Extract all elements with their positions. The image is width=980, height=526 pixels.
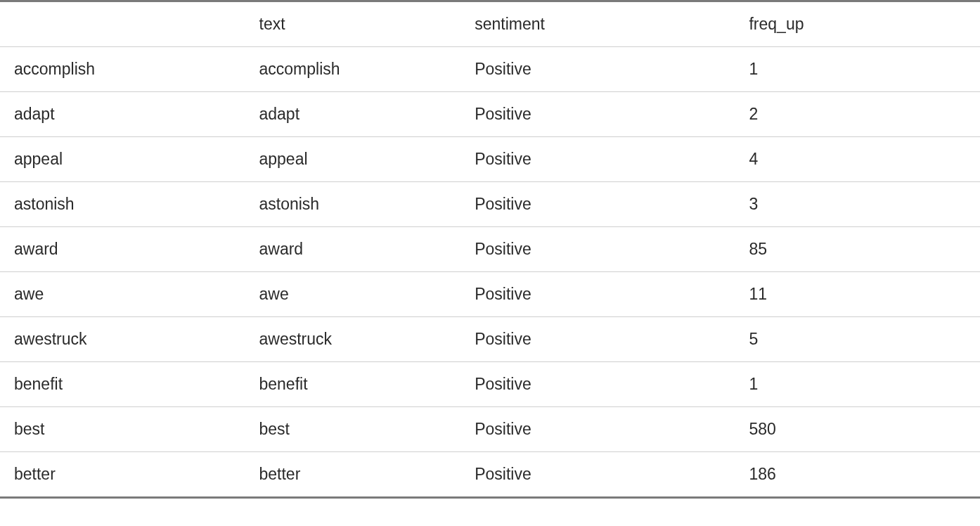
cell-rowhead: astonish (0, 182, 245, 227)
table-row: benefit benefit Positive 1 (0, 362, 980, 407)
table-row: adapt adapt Positive 2 (0, 92, 980, 137)
cell-sentiment: Positive (460, 452, 735, 498)
header-rowhead (0, 1, 245, 47)
cell-freq-up: 5 (735, 317, 980, 362)
header-sentiment: sentiment (460, 1, 735, 47)
table-row: awestruck awestruck Positive 5 (0, 317, 980, 362)
cell-text: accomplish (245, 47, 461, 92)
cell-text: appeal (245, 137, 461, 182)
cell-freq-up: 2 (735, 92, 980, 137)
cell-rowhead: best (0, 407, 245, 452)
cell-sentiment: Positive (460, 407, 735, 452)
cell-freq-up: 186 (735, 452, 980, 498)
cell-rowhead: appeal (0, 137, 245, 182)
cell-sentiment: Positive (460, 317, 735, 362)
cell-sentiment: Positive (460, 362, 735, 407)
table-row: astonish astonish Positive 3 (0, 182, 980, 227)
table-row: appeal appeal Positive 4 (0, 137, 980, 182)
cell-freq-up: 580 (735, 407, 980, 452)
cell-text: best (245, 407, 461, 452)
cell-freq-up: 85 (735, 227, 980, 272)
cell-rowhead: awe (0, 272, 245, 317)
table-header: text sentiment freq_up (0, 1, 980, 47)
cell-text: benefit (245, 362, 461, 407)
table-row: best best Positive 580 (0, 407, 980, 452)
table-row: accomplish accomplish Positive 1 (0, 47, 980, 92)
cell-freq-up: 11 (735, 272, 980, 317)
cell-freq-up: 1 (735, 47, 980, 92)
header-text: text (245, 1, 461, 47)
cell-text: astonish (245, 182, 461, 227)
data-table: text sentiment freq_up accomplish accomp… (0, 0, 980, 499)
cell-sentiment: Positive (460, 227, 735, 272)
cell-sentiment: Positive (460, 137, 735, 182)
table-row: awe awe Positive 11 (0, 272, 980, 317)
cell-text: awestruck (245, 317, 461, 362)
table-body: accomplish accomplish Positive 1 adapt a… (0, 47, 980, 498)
cell-sentiment: Positive (460, 92, 735, 137)
cell-text: award (245, 227, 461, 272)
cell-text: adapt (245, 92, 461, 137)
table-row: better better Positive 186 (0, 452, 980, 498)
cell-freq-up: 1 (735, 362, 980, 407)
cell-text: better (245, 452, 461, 498)
cell-rowhead: accomplish (0, 47, 245, 92)
cell-rowhead: award (0, 227, 245, 272)
cell-sentiment: Positive (460, 182, 735, 227)
cell-freq-up: 3 (735, 182, 980, 227)
cell-rowhead: awestruck (0, 317, 245, 362)
cell-rowhead: better (0, 452, 245, 498)
cell-sentiment: Positive (460, 47, 735, 92)
cell-sentiment: Positive (460, 272, 735, 317)
table-row: award award Positive 85 (0, 227, 980, 272)
cell-rowhead: benefit (0, 362, 245, 407)
cell-rowhead: adapt (0, 92, 245, 137)
header-row: text sentiment freq_up (0, 1, 980, 47)
cell-freq-up: 4 (735, 137, 980, 182)
header-freq-up: freq_up (735, 1, 980, 47)
cell-text: awe (245, 272, 461, 317)
